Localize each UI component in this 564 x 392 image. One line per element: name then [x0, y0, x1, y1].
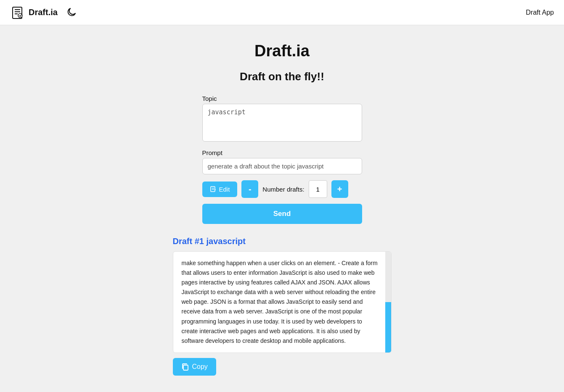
navbar: Draft.ia Draft App — [0, 0, 564, 25]
edit-button[interactable]: Edit — [202, 182, 238, 197]
form-container: Topic javascript Prompt Edit - Number dr… — [202, 95, 362, 224]
controls-row: Edit - Number drafts: + — [202, 180, 362, 198]
drafts-count-input[interactable] — [309, 180, 327, 198]
navbar-left: Draft.ia — [10, 5, 78, 20]
navbar-brand: Draft.ia — [29, 8, 58, 17]
draft-section: Draft #1 javascript make something happe… — [173, 237, 392, 376]
logo-icon — [10, 5, 25, 20]
draft-title: Draft #1 javascript — [173, 237, 392, 246]
navbar-draft-app: Draft App — [526, 9, 554, 16]
svg-point-4 — [18, 13, 22, 18]
moon-toggle-button[interactable] — [64, 6, 78, 19]
copy-icon — [181, 363, 189, 371]
scrollbar-track — [385, 252, 391, 353]
draft-text: make something happen when a user clicks… — [173, 252, 391, 353]
prompt-field-group: Prompt — [202, 149, 362, 174]
edit-button-label: Edit — [219, 186, 230, 193]
increment-button[interactable]: + — [331, 180, 348, 198]
svg-rect-10 — [183, 365, 188, 370]
svg-rect-7 — [211, 187, 215, 192]
prompt-label: Prompt — [202, 149, 362, 156]
topic-input[interactable]: javascript — [202, 104, 362, 142]
prompt-input[interactable] — [202, 158, 362, 174]
main-content: Draft.ia Draft on the fly!! Topic javasc… — [0, 25, 564, 392]
edit-icon — [210, 186, 217, 192]
number-drafts-label: Number drafts: — [262, 186, 304, 193]
scrollbar-thumb[interactable] — [385, 302, 391, 353]
draft-content-wrapper: make something happen when a user clicks… — [173, 251, 392, 353]
send-button[interactable]: Send — [202, 204, 362, 224]
decrement-button[interactable]: - — [241, 180, 258, 198]
page-title: Draft.ia — [254, 42, 310, 60]
copy-button[interactable]: Copy — [173, 358, 216, 376]
topic-field-group: Topic javascript — [202, 95, 362, 143]
page-subtitle: Draft on the fly!! — [240, 70, 324, 83]
copy-button-label: Copy — [192, 363, 208, 371]
topic-label: Topic — [202, 95, 362, 102]
